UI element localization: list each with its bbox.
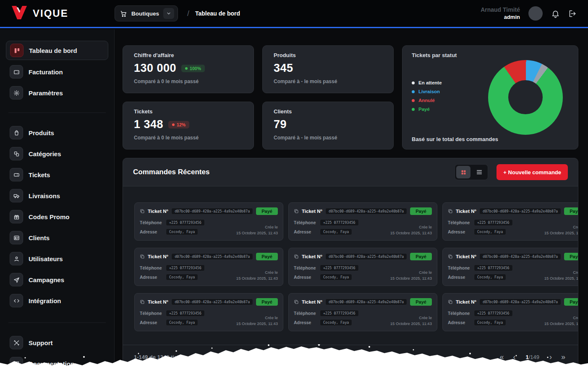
- stat-card-revenue: Chiffre d'affaire 130 000 100% Comparé à…: [123, 45, 254, 93]
- trend-dot-icon: [172, 123, 175, 126]
- phone-value: +225 0777293456: [320, 265, 359, 271]
- pagination-summary: 1-149 de 1348 tickets: [134, 354, 188, 360]
- last-page-button[interactable]: »: [559, 352, 567, 362]
- ticket-card[interactable]: Ticket N° d07bc00-d689-420a-a225-4a9a2e4…: [134, 202, 283, 241]
- address-label: Adresse: [294, 320, 320, 325]
- view-toggle: [455, 164, 488, 180]
- stat-title: Tickets: [134, 108, 243, 115]
- book-icon: [10, 357, 23, 370]
- sidebar-item-integration[interactable]: Intégration: [6, 291, 108, 310]
- orders-header: Commandes Récentes + Nouvelle commande: [123, 158, 578, 186]
- address-label: Adresse: [448, 275, 474, 280]
- invoice-icon: [10, 65, 23, 79]
- sidebar-item-codes-promo[interactable]: Codes Promo: [6, 207, 108, 226]
- list-view-button[interactable]: [472, 166, 486, 178]
- sidebar-item-utilisateurs[interactable]: Utilisateurs: [6, 249, 108, 268]
- created-date: Crée le 15 Octobre 2025, 11:43: [236, 270, 278, 282]
- bag-icon: [10, 126, 23, 139]
- address-label: Adresse: [140, 229, 166, 234]
- address-label: Adresse: [448, 229, 474, 234]
- user-block: Arnaud Timité admin: [481, 6, 520, 21]
- breadcrumb: Tableau de bord: [195, 10, 240, 17]
- shop-selector-label: Boutiques: [131, 10, 159, 17]
- ticket-number-label: Ticket N°: [148, 299, 168, 304]
- sidebar-item-livraisons[interactable]: Livraisons: [6, 186, 108, 205]
- ticket-card[interactable]: Ticket N° d07bc00-d689-420a-a225-4a9a2e4…: [288, 202, 437, 241]
- ticket-number-label: Ticket N°: [148, 209, 168, 214]
- copy-icon[interactable]: [294, 209, 299, 214]
- copy-icon[interactable]: [294, 299, 299, 304]
- created-date: Crée le 15 Octobre 2025, 11:43: [236, 224, 278, 236]
- ticket-number-label: Ticket N°: [302, 299, 322, 304]
- created-date: Crée le 15 Octobre 2025, 11:43: [544, 270, 578, 282]
- stat-title: Produits: [274, 52, 382, 58]
- ticket-number-label: Ticket N°: [302, 254, 322, 259]
- address-value: Cocody, Faya: [474, 228, 506, 235]
- stat-compare: Comparé à 0 le mois passé: [134, 135, 243, 141]
- logout-icon[interactable]: [568, 9, 577, 18]
- copy-icon[interactable]: [140, 209, 145, 214]
- status-badge: Payé: [256, 207, 278, 215]
- sidebar-item-documentation[interactable]: Documentation: [6, 354, 108, 373]
- sidebar-item-campagnes[interactable]: Campagnes: [6, 270, 108, 289]
- status-badge: Payé: [256, 253, 278, 260]
- ticket-card[interactable]: Ticket N° d07bc00-d689-420a-a225-4a9a2e4…: [134, 248, 283, 286]
- ticket-card[interactable]: Ticket N° d07bc00-d689-420a-a225-4a9a2e4…: [442, 293, 578, 331]
- sidebar-item-dashboard[interactable]: Tableau de bord: [6, 41, 108, 60]
- phone-label: Téléphone: [294, 311, 320, 316]
- ticket-number-label: Ticket N°: [148, 254, 168, 259]
- phone-label: Téléphone: [140, 265, 166, 270]
- address-label: Adresse: [294, 229, 320, 234]
- idcard-icon: [10, 231, 23, 244]
- shop-selector-button[interactable]: Boutiques: [115, 5, 178, 21]
- phone-value: +225 0777293456: [166, 219, 205, 226]
- breadcrumb-separator: /: [187, 9, 189, 18]
- copy-icon[interactable]: [448, 209, 453, 214]
- copy-icon[interactable]: [140, 254, 145, 259]
- tickets-status-card: Tickets par statut En attente Livraison …: [402, 45, 578, 149]
- phone-label: Téléphone: [448, 311, 474, 316]
- prev-page-button[interactable]: ‹: [511, 352, 517, 362]
- ticket-number-label: Ticket N°: [302, 209, 322, 214]
- ticket-card[interactable]: Ticket N° d07bc00-d689-420a-a225-4a9a2e4…: [442, 248, 578, 286]
- sidebar-item-label: Facturation: [29, 68, 63, 76]
- sidebar-item-categories[interactable]: Catégories: [6, 144, 108, 163]
- phone-value: +225 0777293456: [474, 310, 513, 317]
- grid-view-button[interactable]: [456, 166, 470, 178]
- bell-icon[interactable]: [551, 9, 560, 18]
- orders-grid: Ticket N° d07bc00-d689-420a-a225-4a9a2e4…: [134, 202, 567, 331]
- sidebar-item-clients[interactable]: Clients: [6, 228, 108, 247]
- first-page-button[interactable]: «: [498, 352, 505, 362]
- sidebar-item-facturation[interactable]: Facturation: [6, 63, 108, 81]
- stat-value: 1 348: [134, 118, 163, 131]
- stat-compare: Comparé à - le mois passé: [274, 79, 382, 84]
- sidebar-item-label: Utilisateurs: [29, 255, 63, 262]
- created-date: Crée le 15 Octobre 2025, 11:43: [390, 224, 432, 236]
- address-value: Cocody, Faya: [474, 319, 506, 326]
- ticket-code: d07bc00-d689-420a-a225-4a9a2e40b87a: [325, 299, 407, 305]
- next-page-button[interactable]: ›: [548, 352, 554, 362]
- status-badge: Payé: [256, 298, 278, 306]
- created-date: Crée le 15 Octobre 2025, 11:43: [544, 315, 578, 327]
- ticket-card[interactable]: Ticket N° d07bc00-d689-420a-a225-4a9a2e4…: [442, 202, 578, 241]
- sidebar-item-label: Paramètres: [29, 89, 63, 97]
- copy-icon[interactable]: [140, 299, 145, 304]
- donut-legend: En attente Livraison Annulé Payé: [412, 80, 442, 112]
- copy-icon[interactable]: [294, 254, 299, 259]
- copy-icon[interactable]: [448, 299, 453, 304]
- sidebar-item-produits[interactable]: Produits: [6, 123, 108, 142]
- sidebar-item-tickets[interactable]: Tickets: [6, 165, 108, 184]
- ticket-card[interactable]: Ticket N° d07bc00-d689-420a-a225-4a9a2e4…: [134, 293, 283, 331]
- grid-view-icon: [460, 169, 467, 176]
- ticket-card[interactable]: Ticket N° d07bc00-d689-420a-a225-4a9a2e4…: [288, 248, 437, 286]
- legend-dot: [412, 81, 415, 84]
- copy-icon[interactable]: [448, 254, 453, 259]
- new-order-button[interactable]: + Nouvelle commande: [497, 164, 568, 180]
- ticket-code: d07bc00-d689-420a-a225-4a9a2e40b87a: [325, 253, 407, 260]
- trend-badge: 100%: [181, 65, 205, 72]
- sidebar-item-parametres[interactable]: Paramètres: [6, 84, 108, 102]
- avatar[interactable]: [528, 6, 543, 21]
- ticket-card[interactable]: Ticket N° d07bc00-d689-420a-a225-4a9a2e4…: [288, 293, 437, 331]
- sidebar-item-support[interactable]: Support: [6, 333, 108, 352]
- stat-value: 79: [274, 118, 287, 131]
